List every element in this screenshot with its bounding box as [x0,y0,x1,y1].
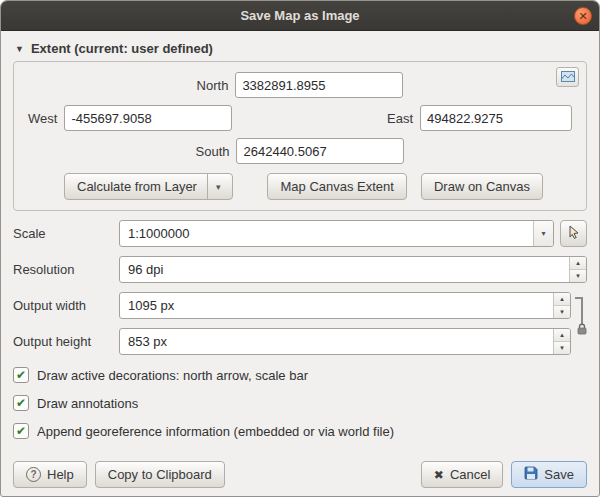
output-width-spinbox[interactable]: 1095 px ▴ ▾ [119,292,571,319]
spin-up-icon[interactable]: ▴ [554,329,570,342]
help-label: Help [47,467,74,482]
draw-annotations-checkbox[interactable]: ✔ [13,395,29,411]
save-icon [524,466,538,483]
output-height-label: Output height [13,334,111,349]
aspect-ratio-lock-icon[interactable] [576,323,588,338]
output-width-value: 1095 px [120,293,553,318]
save-button[interactable]: Save [511,461,587,488]
spin-down-icon[interactable]: ▾ [554,342,570,354]
north-row: North [28,72,572,98]
draw-on-canvas-label: Draw on Canvas [434,179,530,194]
copy-to-clipboard-label: Copy to Clipboard [108,467,212,482]
east-label: East [387,111,413,126]
scale-combobox[interactable]: 1:1000000 ▾ [119,220,554,247]
close-icon: ✕ [578,11,587,22]
draw-decorations-label: Draw active decorations: north arrow, sc… [37,368,308,383]
dialog-body: ▼ Extent (current: user defined) North W… [1,31,599,496]
chevron-down-icon[interactable]: ▾ [533,221,553,246]
dialog-footer: ? Help Copy to Clipboard ✖ Cancel Save [13,453,587,488]
spin-down-icon[interactable]: ▾ [570,270,586,282]
save-map-as-image-dialog: Save Map as Image ✕ ▼ Extent (current: u… [0,0,600,497]
west-input[interactable] [64,105,232,131]
append-georeference-checkbox-row[interactable]: ✔ Append georeference information (embed… [13,423,587,439]
west-label: West [28,111,57,126]
draw-decorations-checkbox[interactable]: ✔ [13,367,29,383]
extent-frame: North West East South Calculate [13,61,587,211]
calculate-from-layer-label: Calculate from Layer [77,179,197,194]
west-east-row: West East [28,105,572,131]
resolution-spinbox[interactable]: 96 dpi ▴ ▾ [119,256,587,283]
aspect-ratio-chain-icon[interactable] [575,297,583,325]
spin-up-icon[interactable]: ▴ [570,257,586,270]
extent-buttons-row: Calculate from Layer ▾ Map Canvas Extent… [64,173,572,200]
spin-up-icon[interactable]: ▴ [554,293,570,306]
output-height-spinbox[interactable]: 853 px ▴ ▾ [119,328,571,355]
output-size-group: Output width 1095 px ▴ ▾ Output height [13,283,587,355]
map-extent-icon [561,70,575,85]
window-title: Save Map as Image [240,8,359,23]
north-label: North [197,78,229,93]
append-georeference-label: Append georeference information (embedde… [37,424,394,439]
calculate-from-layer-button[interactable]: Calculate from Layer ▾ [64,173,233,200]
scale-label: Scale [13,226,111,241]
east-input[interactable] [420,105,572,131]
output-height-row: Output height 853 px ▴ ▾ [13,328,587,355]
help-button[interactable]: ? Help [13,461,87,488]
cancel-icon: ✖ [434,468,444,482]
collapse-arrow-icon: ▼ [15,44,24,54]
resolution-label: Resolution [13,262,111,277]
chevron-down-icon: ▾ [207,174,221,199]
titlebar[interactable]: Save Map as Image ✕ [1,1,599,31]
output-width-label: Output width [13,298,111,313]
resolution-row: Resolution 96 dpi ▴ ▾ [13,256,587,283]
cancel-label: Cancel [450,467,490,482]
north-input[interactable] [235,72,403,98]
output-height-value: 853 px [120,329,553,354]
draw-decorations-checkbox-row[interactable]: ✔ Draw active decorations: north arrow, … [13,367,587,383]
extent-map-button[interactable] [556,67,579,87]
check-icon: ✔ [16,397,26,409]
draw-annotations-checkbox-row[interactable]: ✔ Draw annotations [13,395,587,411]
south-label: South [196,144,230,159]
map-canvas-extent-label: Map Canvas Extent [280,179,393,194]
append-georeference-checkbox[interactable]: ✔ [13,423,29,439]
set-scale-from-canvas-button[interactable] [560,220,587,247]
map-canvas-extent-button[interactable]: Map Canvas Extent [267,173,406,200]
south-input[interactable] [236,138,404,164]
extent-group-label: Extent (current: user defined) [31,41,213,56]
cancel-button[interactable]: ✖ Cancel [421,461,504,488]
save-label: Save [544,467,574,482]
check-icon: ✔ [16,369,26,381]
copy-to-clipboard-button[interactable]: Copy to Clipboard [95,461,225,488]
scale-value: 1:1000000 [120,221,533,246]
cursor-icon [568,225,580,242]
output-width-row: Output width 1095 px ▴ ▾ [13,292,587,319]
spin-down-icon[interactable]: ▾ [554,306,570,318]
extent-group-header[interactable]: ▼ Extent (current: user defined) [15,41,587,56]
draw-on-canvas-button[interactable]: Draw on Canvas [421,173,543,200]
close-button[interactable]: ✕ [574,7,592,25]
help-icon: ? [26,467,41,482]
scale-row: Scale 1:1000000 ▾ [13,220,587,247]
check-icon: ✔ [16,425,26,437]
draw-annotations-label: Draw annotations [37,396,138,411]
south-row: South [28,138,572,164]
resolution-value: 96 dpi [120,257,569,282]
